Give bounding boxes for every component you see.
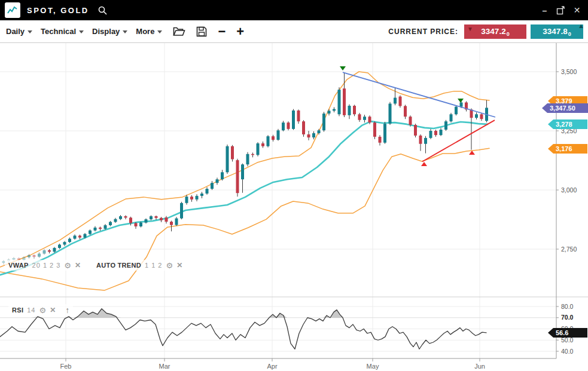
candle — [175, 217, 178, 226]
chevron-down-icon — [157, 30, 162, 33]
vwap-remove-icon[interactable]: ✕ — [75, 261, 81, 269]
autotrend-settings-gear-icon[interactable]: ⚙ — [166, 262, 173, 269]
candle — [109, 221, 112, 226]
candle — [180, 202, 183, 219]
candle — [450, 113, 453, 122]
candle — [348, 105, 351, 119]
chart-canvas[interactable]: 3,5003,2503,0002,75080.070.060.050.040.0… — [0, 43, 588, 371]
menu-more[interactable]: More — [136, 27, 162, 36]
trading-app-window: SPOT, GOLD – ✕ Daily Technical Display — [0, 0, 588, 371]
axis-tick-label: May — [367, 363, 379, 370]
rsi-indicator-label[interactable]: RSI — [12, 306, 23, 314]
candle — [48, 249, 51, 253]
last-price-tag: 3,347.50 — [542, 103, 588, 113]
indicator-legend-row: VWAP 20 1 2 3 ⚙ ✕ AUTO TREND 1 1 2 ⚙ ✕ — [5, 260, 186, 271]
candle — [465, 102, 468, 112]
rsi-settings-gear-icon[interactable]: ⚙ — [39, 307, 47, 314]
menu-technical[interactable]: Technical — [41, 27, 84, 36]
candle — [200, 192, 203, 198]
candle — [480, 113, 483, 121]
save-icon[interactable] — [196, 26, 207, 37]
candle — [429, 129, 432, 139]
vwap-indicator-label[interactable]: VWAP — [8, 262, 29, 269]
candle — [343, 72, 346, 117]
minimize-button[interactable]: – — [540, 5, 550, 16]
up-trendline[interactable] — [422, 120, 495, 161]
ask-price-button[interactable]: 3347.80 ▲ — [531, 24, 583, 39]
close-button[interactable]: ✕ — [572, 5, 582, 16]
axis-tick-label: Feb — [60, 363, 72, 370]
rsi-move-up-icon[interactable]: ↑ — [65, 305, 69, 315]
candle — [409, 115, 412, 127]
title-bar: SPOT, GOLD – ✕ — [0, 0, 588, 20]
candle — [119, 215, 122, 220]
candle — [424, 136, 427, 154]
candle — [414, 124, 417, 137]
sell-signal-arrow-icon — [458, 99, 464, 103]
chevron-down-icon — [123, 30, 127, 33]
candle — [221, 170, 224, 180]
rsi-remove-icon[interactable]: ✕ — [50, 306, 56, 314]
candle — [206, 187, 209, 195]
candle — [379, 135, 382, 145]
bid-price-button[interactable]: ▼ 3347.20 — [464, 24, 526, 39]
price-down-arrow-icon: ▼ — [467, 26, 473, 32]
candle — [94, 226, 97, 232]
sell-signal-arrow-icon — [340, 66, 346, 70]
candle — [145, 219, 148, 224]
search-icon[interactable] — [98, 5, 108, 16]
candle — [404, 105, 407, 119]
candle — [74, 234, 77, 240]
candle — [160, 217, 163, 222]
candle — [38, 253, 41, 258]
buy-signal-arrow-icon — [421, 162, 427, 166]
candle — [292, 109, 295, 130]
zoom-out-button[interactable]: − — [218, 26, 226, 38]
candle — [389, 102, 392, 125]
price-chart[interactable]: 3,5003,2503,0002,75080.070.060.050.040.0… — [0, 43, 588, 371]
rsi-legend-row: RSI 14 ⚙ ✕ ↑ — [8, 304, 73, 316]
candle — [99, 226, 102, 231]
candle — [455, 105, 458, 115]
candle — [282, 121, 285, 131]
candle — [475, 112, 478, 119]
candle — [363, 115, 366, 122]
candle — [440, 128, 443, 136]
down-trendline[interactable] — [343, 72, 495, 117]
candle — [251, 152, 254, 157]
candle — [246, 152, 249, 167]
candle — [358, 113, 361, 122]
candle — [470, 108, 473, 149]
candle — [302, 120, 305, 137]
rsi-value-tag: 56.6 — [548, 328, 587, 338]
candle — [231, 145, 234, 162]
candle — [33, 255, 36, 259]
candle — [155, 216, 158, 220]
axis-tick-label: 3,500 — [561, 68, 577, 75]
candle — [58, 244, 61, 249]
candle — [261, 142, 264, 148]
candle — [444, 120, 447, 131]
menu-display[interactable]: Display — [92, 27, 127, 36]
axis-tick-label: Apr — [267, 363, 277, 370]
vwap-settings-gear-icon[interactable]: ⚙ — [64, 262, 71, 269]
autotrend-remove-icon[interactable]: ✕ — [176, 261, 182, 269]
candle — [78, 235, 81, 240]
symbol-title: SPOT, GOLD — [27, 6, 89, 15]
candle — [68, 238, 71, 243]
candle — [353, 105, 356, 116]
candle — [135, 222, 138, 229]
candle — [124, 215, 127, 219]
restore-button[interactable] — [556, 5, 566, 16]
candle — [241, 164, 244, 193]
candle — [226, 145, 229, 174]
chart-toolbar: Daily Technical Display More − + CURRENT… — [0, 20, 588, 43]
axis-tick-label: 2,750 — [561, 246, 577, 253]
zoom-in-button[interactable]: + — [236, 26, 244, 38]
vwap-tag: 3,278 — [548, 119, 587, 129]
candle — [267, 135, 270, 148]
menu-timeframe[interactable]: Daily — [6, 27, 32, 36]
candle — [322, 112, 325, 131]
autotrend-indicator-label[interactable]: AUTO TREND — [96, 262, 141, 269]
open-folder-icon[interactable] — [173, 26, 185, 36]
